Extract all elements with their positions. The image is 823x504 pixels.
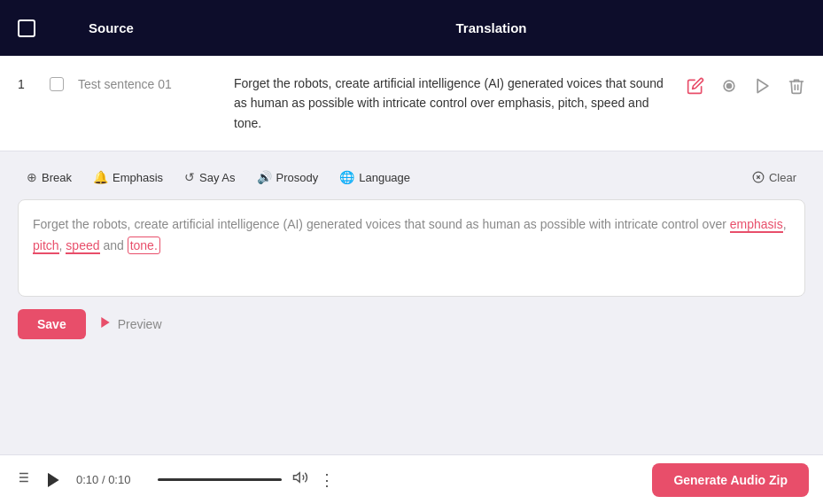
say-as-label: Say As	[199, 171, 235, 184]
record-icon[interactable]	[720, 77, 738, 95]
generate-audio-zip-button[interactable]: Generate Audio Zip	[652, 463, 809, 497]
prosody-icon: 🔊	[257, 170, 272, 184]
save-button[interactable]: Save	[18, 309, 86, 339]
editor-text-comma1: ,	[783, 217, 787, 231]
say-as-button[interactable]: ↺ Say As	[175, 166, 244, 189]
translation-column-header: Translation	[456, 20, 806, 35]
speed-highlight: speed	[66, 238, 99, 254]
emphasis-label: Emphasis	[113, 171, 163, 184]
editor-toolbar: ⊕ Break 🔔 Emphasis ↺ Say As 🔊 Prosody 🌐 …	[18, 166, 805, 189]
break-label: Break	[42, 171, 72, 184]
player-play-button[interactable]	[41, 468, 66, 492]
prosody-label: Prosody	[276, 171, 319, 184]
clear-button[interactable]: Clear	[743, 167, 805, 189]
svg-point-1	[727, 84, 732, 89]
row-source-label: Test sentence 01	[78, 74, 220, 91]
editor-text-and: and	[100, 238, 128, 252]
emphasis-icon: 🔔	[93, 170, 108, 184]
svg-marker-14	[294, 473, 300, 483]
prosody-button[interactable]: 🔊 Prosody	[248, 166, 328, 189]
break-button[interactable]: ⊕ Break	[18, 166, 81, 189]
row-number: 1	[18, 74, 35, 91]
emphasis-highlight: emphasis	[730, 217, 783, 233]
language-icon: 🌐	[339, 170, 354, 184]
source-column-header: Source	[53, 20, 439, 35]
list-icon[interactable]	[14, 469, 30, 490]
player-progress-bar[interactable]	[158, 478, 282, 481]
say-as-icon: ↺	[184, 170, 195, 184]
preview-button[interactable]: Preview	[98, 315, 162, 333]
svg-marker-2	[757, 80, 768, 93]
row-translation-text: Forget the robots, create artificial int…	[234, 74, 672, 133]
play-icon[interactable]	[754, 77, 772, 95]
player-bar: 0:10 / 0:10 ⋮ Generate Audio Zip	[0, 454, 823, 504]
editor-textarea[interactable]: Forget the robots, create artificial int…	[18, 199, 805, 297]
editor-text-prefix: Forget the robots, create artificial int…	[33, 217, 730, 231]
pitch-highlight: pitch	[33, 238, 59, 254]
emphasis-button[interactable]: 🔔 Emphasis	[84, 166, 172, 189]
tone-highlight: tone.	[128, 236, 160, 254]
language-button[interactable]: 🌐 Language	[330, 166, 419, 189]
row-checkbox[interactable]	[50, 77, 64, 91]
player-time: 0:10 / 0:10	[76, 473, 147, 486]
break-icon: ⊕	[27, 170, 37, 184]
edit-icon[interactable]	[687, 77, 704, 95]
language-label: Language	[359, 171, 410, 184]
preview-label: Preview	[118, 317, 162, 331]
volume-icon[interactable]	[292, 469, 308, 490]
table-row: 1 Test sentence 01 Forget the robots, cr…	[0, 56, 823, 151]
svg-marker-6	[101, 317, 109, 328]
editor-panel: ⊕ Break 🔔 Emphasis ↺ Say As 🔊 Prosody 🌐 …	[0, 151, 823, 353]
header-bar: Source Translation	[0, 0, 823, 56]
select-all-checkbox[interactable]	[18, 19, 35, 37]
row-actions	[687, 74, 805, 95]
editor-actions: Save Preview	[18, 309, 805, 339]
clear-label: Clear	[769, 171, 796, 184]
more-options-icon[interactable]: ⋮	[319, 470, 335, 490]
delete-icon[interactable]	[788, 77, 805, 95]
preview-play-icon	[98, 315, 113, 333]
svg-marker-13	[49, 474, 58, 486]
